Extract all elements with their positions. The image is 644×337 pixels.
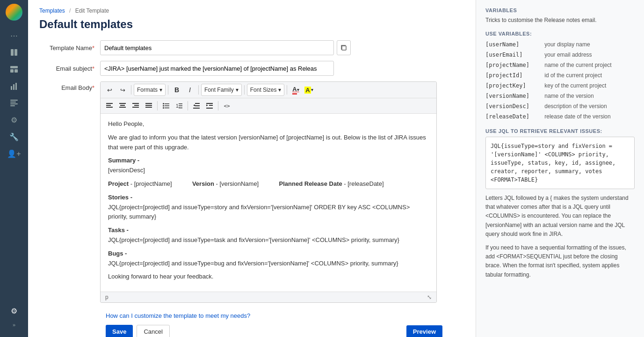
font-sizes-dropdown[interactable]: Font Sizes ▾ — [247, 84, 285, 96]
svg-rect-30 — [165, 108, 169, 109]
var-name: [projectKey] — [485, 81, 544, 91]
breadcrumb: Templates / Edit Template — [39, 7, 464, 14]
sidebar-item-board[interactable] — [7, 45, 22, 60]
italic-button[interactable]: I — [184, 84, 196, 96]
sidebar-expand-btn[interactable]: » — [7, 320, 22, 330]
var-desc: description of the version — [544, 101, 635, 111]
variable-row: [userName]your display name — [485, 39, 635, 50]
preview-button[interactable]: Preview — [406, 325, 442, 337]
required-star-3: * — [92, 84, 94, 91]
variable-row: [projectId]id of the current project — [485, 70, 635, 81]
svg-rect-10 — [10, 103, 18, 104]
indent-button[interactable] — [203, 100, 216, 112]
svg-rect-41 — [209, 105, 213, 106]
copy-button[interactable] — [337, 40, 351, 55]
svg-rect-5 — [11, 86, 12, 90]
var-desc: your email address — [544, 50, 635, 60]
formats-chevron-icon: ▾ — [159, 87, 162, 93]
svg-rect-16 — [119, 103, 126, 104]
source-button[interactable]: <> — [221, 100, 233, 112]
svg-rect-20 — [134, 105, 139, 106]
sidebar-item-home[interactable]: ⋯ — [7, 28, 22, 43]
sidebar-item-tools[interactable]: 🔧 — [7, 129, 22, 144]
toolbar-sep-1 — [131, 85, 131, 95]
email-body-row: Email Body* ↩ ↪ Formats ▾ B I — [39, 81, 464, 303]
sidebar-item-admin[interactable]: ⚙ — [7, 303, 22, 318]
svg-rect-21 — [132, 107, 139, 108]
editor-content[interactable]: Hello People, We are glad to inform you … — [101, 114, 436, 292]
svg-rect-18 — [119, 107, 126, 108]
required-star: * — [92, 44, 94, 51]
editor-line-bugs: Bugs -JQL{project=[projectId] and issueT… — [108, 249, 429, 269]
svg-rect-28 — [165, 105, 169, 106]
svg-rect-6 — [13, 84, 14, 90]
unordered-list-button[interactable] — [160, 100, 172, 112]
variable-row: [userEmail]your email address — [485, 50, 635, 60]
var-name: [projectName] — [485, 60, 544, 70]
svg-rect-39 — [206, 103, 213, 104]
email-body-label: Email Body* — [39, 81, 100, 91]
ordered-list-button[interactable]: 1. — [173, 100, 185, 112]
bold-button[interactable]: B — [171, 84, 183, 96]
svg-rect-17 — [120, 105, 125, 106]
svg-rect-11 — [10, 105, 15, 106]
font-family-dropdown[interactable]: Font Family ▾ — [201, 84, 242, 96]
cancel-button[interactable]: Cancel — [137, 325, 169, 337]
align-left-button[interactable] — [103, 100, 116, 112]
app-logo[interactable] — [6, 4, 22, 21]
editor-line-intro: We are glad to inform you that the lates… — [108, 133, 429, 153]
align-center-button[interactable] — [116, 100, 129, 112]
outdent-button[interactable] — [190, 100, 203, 112]
variable-row: [projectKey]key of the current project — [485, 81, 635, 91]
var-name: [projectId] — [485, 70, 544, 81]
svg-point-27 — [163, 105, 164, 107]
resize-handle[interactable]: ⤡ — [427, 294, 432, 300]
var-desc: id of the current project — [544, 70, 635, 81]
variable-row: [releaseDate]release date of the version — [485, 111, 635, 122]
svg-rect-13 — [106, 103, 113, 104]
main-content: Templates / Edit Template Default templa… — [28, 0, 476, 337]
justify-button[interactable] — [143, 100, 155, 112]
sidebar: ⋯ ⚙ 🔧 👤+ ⚙ » — [0, 0, 28, 337]
undo-button[interactable]: ↩ — [103, 84, 116, 96]
explanation-2: If you need to have a sequential formatt… — [485, 243, 635, 279]
svg-rect-37 — [195, 105, 200, 106]
bg-color-button[interactable]: A ▾ — [303, 84, 315, 96]
editor-line-closing: Looking forward to hear your feedback. — [108, 272, 429, 282]
toolbar-sep-7 — [188, 101, 188, 110]
sidebar-item-settings[interactable]: ⚙ — [7, 112, 22, 127]
svg-rect-33 — [179, 105, 182, 106]
editor-wrapper: ↩ ↪ Formats ▾ B I Font Family ▾ — [100, 81, 437, 303]
sidebar-item-layout[interactable] — [7, 62, 22, 77]
svg-rect-14 — [106, 105, 111, 106]
save-button[interactable]: Save — [106, 325, 133, 337]
svg-rect-23 — [145, 105, 152, 106]
var-name: [versionDesc] — [485, 101, 544, 111]
sidebar-item-users[interactable]: 👤+ — [7, 146, 22, 161]
editor-tag: p — [105, 294, 109, 300]
align-right-button[interactable] — [130, 100, 142, 112]
help-link[interactable]: How can I customize the template to meet… — [106, 312, 250, 319]
redo-button[interactable]: ↪ — [116, 84, 129, 96]
sidebar-item-backlog[interactable] — [7, 95, 22, 110]
svg-rect-32 — [179, 103, 182, 104]
text-color-chevron-icon: ▾ — [297, 88, 299, 92]
svg-rect-38 — [193, 108, 200, 109]
variable-row: [projectName]name of the current project — [485, 60, 635, 70]
sidebar-item-reports[interactable] — [7, 79, 22, 94]
svg-rect-22 — [145, 103, 152, 104]
svg-rect-35 — [195, 103, 200, 104]
svg-rect-15 — [106, 107, 113, 108]
breadcrumb-current: Edit Template — [75, 7, 109, 14]
email-subject-input[interactable] — [100, 61, 334, 76]
template-name-input[interactable] — [100, 40, 334, 55]
variables-desc: Tricks to customise the Release notes em… — [485, 16, 635, 24]
svg-point-25 — [163, 103, 164, 104]
text-color-button[interactable]: A ▾ — [289, 84, 302, 96]
required-star-2: * — [92, 65, 94, 72]
breadcrumb-templates-link[interactable]: Templates — [39, 7, 65, 14]
variable-row: [versionName]name of the version — [485, 91, 635, 101]
toolbar-sep-3 — [198, 85, 199, 95]
var-desc: name of the version — [544, 91, 635, 101]
formats-dropdown[interactable]: Formats ▾ — [134, 84, 166, 96]
